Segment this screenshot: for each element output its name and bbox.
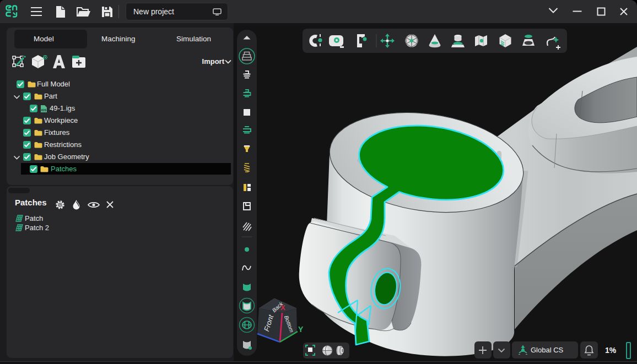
svg-text:IGS: IGS [41, 108, 47, 112]
svg-text:Y: Y [298, 325, 304, 334]
svg-text:X: X [280, 303, 285, 312]
